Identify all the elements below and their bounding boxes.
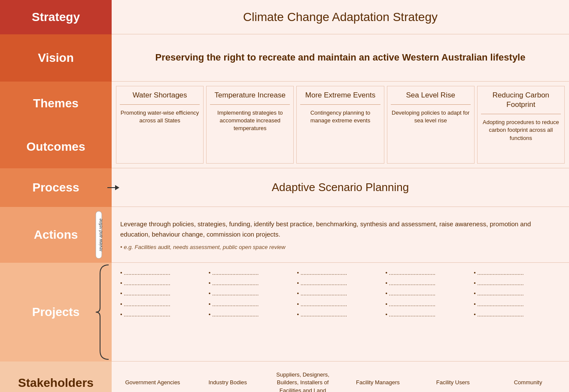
theme-title-4: Reducing Carbon Footprint [481,91,561,109]
projects-label: Projects [32,305,80,319]
project-dot-4-2: • .............................. [474,290,560,298]
project-dot-0-1: • .............................. [120,280,207,287]
right-projects: • ..............................• ......… [112,263,569,362]
left-stakeholders: Stakeholders [0,362,112,392]
project-dot-2-2: • .............................. [297,290,384,298]
theme-card-3: Sea Level Rise Developing policies to ad… [387,86,475,164]
project-dot-4-0: • .............................. [474,269,560,277]
project-dot-0-4: • .............................. [120,311,207,319]
theme-title-0: Water Shortages [120,91,200,100]
stakeholder-item-4: Facility Users [416,377,490,389]
project-dot-3-4: • .............................. [385,311,472,319]
strategy-title: Climate Change Adaptation Strategy [243,10,438,24]
actions-label: Actions [34,228,78,242]
stakeholder-item-2: Suppliers, Designers, Builders, Installe… [266,369,340,392]
project-dot-1-0: • .............................. [209,269,295,277]
strategy-label: Strategy [32,10,80,24]
theme-title-3: Sea Level Rise [391,91,471,100]
left-actions: Actions review and refine [0,207,112,263]
projects-grid: • ..............................• ......… [120,269,560,319]
right-actions: Leverage through policies, strategies, f… [112,207,569,263]
stakeholder-item-0: Government Agencies [116,377,189,389]
project-dot-3-0: • .............................. [385,269,472,277]
left-outcomes: Outcomes [0,125,112,168]
project-dot-4-4: • .............................. [474,311,560,319]
theme-card-1: Temperature Increase Implementing strate… [206,86,294,164]
projects-brace-svg [96,263,111,362]
left-themes-outcomes-wrapper: Themes Outcomes [0,82,112,168]
right-themes-outcomes: Water Shortages Promoting water-wise eff… [112,82,569,168]
theme-desc-4: Adopting procedures to reduce carbon foo… [481,119,561,142]
project-dot-2-3: • .............................. [297,301,384,308]
themes-label: Themes [33,97,79,110]
project-dot-2-1: • .............................. [297,280,384,287]
theme-desc-3: Developing policies to adapt for sea lev… [391,109,471,125]
project-col-4: • ..............................• ......… [474,269,560,319]
review-bracket-svg: review and refine [87,207,111,263]
theme-desc-2: Contingency planning to manage extreme e… [300,109,380,125]
left-strategy: Strategy [0,0,112,34]
theme-title-2: More Extreme Events [300,91,380,100]
stakeholders-label: Stakeholders [18,376,94,390]
project-col-3: • ..............................• ......… [385,269,472,319]
project-dot-3-2: • .............................. [385,290,472,298]
project-dot-2-4: • .............................. [297,311,384,319]
process-title: Adaptive Scenario Planning [272,181,409,194]
theme-title-1: Temperature Increase [210,91,290,100]
theme-desc-1: Implementing strategies to accommodate i… [210,109,290,133]
project-dot-0-2: • .............................. [120,290,207,298]
left-projects: Projects [0,263,112,362]
stakeholder-item-5: Community [491,377,565,389]
vision-text: Preserving the right to recreate and mai… [155,51,526,64]
theme-card-2: More Extreme Events Contingency planning… [296,86,384,164]
process-label: Process [33,181,79,194]
stakeholder-item-1: Industry Bodies [191,377,265,389]
project-dot-1-2: • .............................. [209,290,295,298]
left-themes: Themes [0,82,112,125]
project-dot-1-1: • .............................. [209,280,295,287]
project-dot-0-0: • .............................. [120,269,207,277]
actions-sub-text: • e.g. Facilities audit, needs assessmen… [120,244,560,250]
project-dot-0-3: • .............................. [120,301,207,308]
project-col-2: • ..............................• ......… [297,269,384,319]
actions-main-text: Leverage through policies, strategies, f… [120,219,560,240]
project-dot-1-4: • .............................. [209,311,295,319]
stakeholder-item-3: Facility Managers [341,377,414,389]
project-dot-4-3: • .............................. [474,301,560,308]
right-vision: Preserving the right to recreate and mai… [112,34,569,82]
project-col-0: • ..............................• ......… [120,269,207,319]
right-process: Adaptive Scenario Planning [112,168,569,207]
project-col-1: • ..............................• ......… [209,269,295,319]
right-strategy: Climate Change Adaptation Strategy [112,0,569,34]
outcomes-label: Outcomes [27,140,85,154]
project-dot-3-1: • .............................. [385,280,472,287]
theme-card-4: Reducing Carbon Footprint Adopting proce… [477,86,565,164]
project-dot-4-1: • .............................. [474,280,560,287]
left-process: Process [0,168,112,207]
svg-text:review and refine: review and refine [98,218,103,251]
project-dot-2-0: • .............................. [297,269,384,277]
right-stakeholders: Government AgenciesIndustry BodiesSuppli… [112,362,569,392]
theme-desc-0: Promoting water-wise efficiency across a… [120,109,200,125]
project-dot-3-3: • .............................. [385,301,472,308]
left-vision: Vision [0,34,112,82]
vision-label: Vision [38,51,74,65]
theme-card-0: Water Shortages Promoting water-wise eff… [116,86,204,164]
project-dot-1-3: • .............................. [209,301,295,308]
